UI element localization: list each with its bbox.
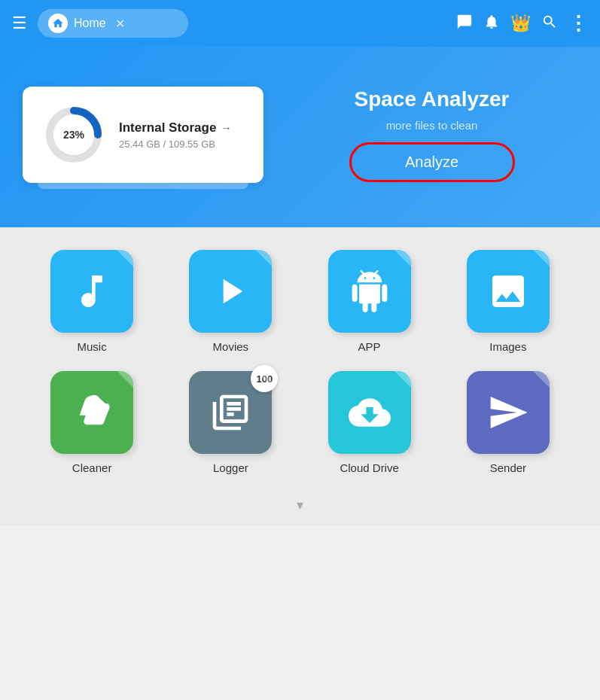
app-icon-wrap [328,250,411,333]
bottom-bar: ▾ [0,489,600,525]
search-icon[interactable] [541,14,558,34]
hamburger-icon[interactable]: ☰ [12,15,27,32]
images-label: Images [489,340,526,353]
cloud-drive-label: Cloud Drive [340,461,398,474]
topbar-icons: 👑 ⋮ [456,12,588,35]
cleaner-label: Cleaner [72,461,112,474]
sender-label: Sender [490,461,526,474]
storage-card[interactable]: 23% Internal Storage → 25.44 GB / 109.55… [23,87,263,183]
movies-label: Movies [213,340,249,353]
analyze-button[interactable]: Analyze [349,142,515,182]
app-item-images[interactable]: Images [446,250,570,353]
storage-subtitle: 25.44 GB / 109.55 GB [119,138,231,150]
app-item-app[interactable]: APP [308,250,431,353]
app-item-sender[interactable]: Sender [446,371,570,474]
app-item-cleaner[interactable]: Cleaner [30,371,154,474]
space-analyzer-title: Space Analyzer [355,87,510,111]
music-label: Music [78,340,107,353]
space-analyzer-panel: Space Analyzer more files to clean Analy… [286,87,577,182]
logger-icon-wrap: 100 [189,371,272,454]
storage-title-text: Internal Storage [119,120,216,135]
storage-donut: 23% [44,105,104,165]
movies-icon-wrap [189,250,272,333]
music-icon-wrap [50,250,133,333]
images-icon-wrap [467,250,550,333]
donut-percent: 23% [63,129,84,141]
top-bar: ☰ Home ✕ 👑 ⋮ [0,0,600,47]
cleaner-icon-wrap [50,371,133,454]
app-item-music[interactable]: Music [30,250,154,353]
logger-label: Logger [213,461,248,474]
tab-label: Home [74,17,106,30]
more-icon[interactable]: ⋮ [568,12,588,35]
app-item-movies[interactable]: Movies [169,250,292,353]
app-item-cloud-drive[interactable]: Cloud Drive [308,371,431,474]
cloud-drive-icon-wrap [328,371,411,454]
storage-info: Internal Storage → 25.44 GB / 109.55 GB [119,120,231,150]
bottom-chevron-icon: ▾ [297,497,303,513]
crown-icon[interactable]: 👑 [510,14,531,33]
sender-icon-wrap [467,371,550,454]
app-grid-section: Music Movies APP [0,227,600,489]
chat-icon[interactable] [456,14,473,34]
space-analyzer-subtitle: more files to clean [386,119,478,132]
tab-close-icon[interactable]: ✕ [115,17,125,31]
home-tab[interactable]: Home ✕ [38,9,188,38]
blue-section: 23% Internal Storage → 25.44 GB / 109.55… [0,47,600,227]
app-item-logger[interactable]: 100 Logger [169,371,292,474]
storage-arrow-icon: → [221,122,231,134]
logger-badge: 100 [251,365,278,392]
app-grid: Music Movies APP [30,250,570,474]
home-icon [48,14,68,33]
bell-icon[interactable] [483,14,500,34]
app-label: APP [358,340,381,353]
